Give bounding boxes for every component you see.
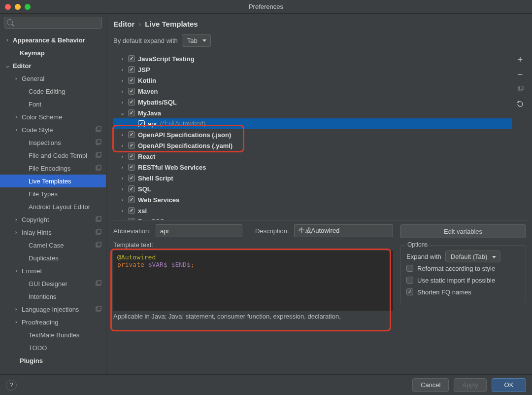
checkbox[interactable]	[128, 109, 135, 116]
template-group[interactable]: ›Zen CSS	[113, 216, 512, 220]
chevron-right-icon: ›	[119, 197, 125, 203]
sidebar-item[interactable]: Inspections	[0, 136, 106, 149]
search-input[interactable]	[4, 17, 102, 29]
default-expand-label: By default expand with	[113, 37, 178, 44]
sidebar-item[interactable]: TextMate Bundles	[0, 328, 106, 341]
template-text-editor[interactable]: @Autowired private $VAR$ $END$;	[113, 251, 393, 311]
expand-with-select[interactable]: Default (Tab)	[445, 251, 500, 262]
template-group[interactable]: ›JavaScript Testing	[113, 53, 512, 64]
sidebar-item[interactable]: ›Emmet	[0, 264, 106, 277]
description-input[interactable]	[294, 224, 393, 237]
scope-icon	[95, 306, 102, 313]
sidebar-item[interactable]: Intentions	[0, 290, 106, 303]
checkbox[interactable]	[128, 131, 135, 138]
sidebar-item[interactable]: Android Layout Editor	[0, 200, 106, 213]
default-expand-select[interactable]: Tab	[182, 34, 211, 47]
checkbox[interactable]	[128, 164, 135, 171]
checkbox[interactable]	[128, 55, 135, 62]
template-group[interactable]: ›Web Services	[113, 194, 512, 205]
sidebar-item[interactable]: Live Templates	[0, 175, 106, 187]
sidebar-item[interactable]: Duplicates	[0, 251, 106, 264]
checkbox[interactable]	[128, 99, 135, 106]
template-group[interactable]: ›OpenAPI Specifications (.json)	[113, 129, 512, 140]
sidebar-item[interactable]: ›Language Injections	[0, 303, 106, 316]
sidebar-item[interactable]: ›Appearance & Behavior	[0, 34, 106, 46]
checkbox[interactable]	[128, 185, 135, 192]
checkbox[interactable]	[128, 175, 135, 181]
breadcrumb-editor[interactable]: Editor	[113, 20, 134, 28]
template-group[interactable]: ›React	[113, 151, 512, 162]
checkbox[interactable]	[138, 120, 145, 127]
duplicate-button[interactable]	[516, 85, 525, 94]
sidebar-item[interactable]: ⌄Editor	[0, 59, 106, 72]
arrow-spacer	[11, 357, 18, 364]
template-group[interactable]: ›Kotlin	[113, 75, 512, 86]
sidebar-item[interactable]: Code Editing	[0, 85, 106, 98]
template-group[interactable]: ›OpenAPI Specifications (.yaml)	[113, 140, 512, 151]
sidebar-item[interactable]: ›Code Style	[0, 123, 106, 136]
chevron-right-icon: ›	[13, 126, 20, 133]
checkbox[interactable]	[128, 207, 135, 214]
remove-button[interactable]: −	[516, 70, 525, 79]
sidebar-item[interactable]: ›General	[0, 72, 106, 85]
sidebar-item[interactable]: Plugins	[0, 354, 106, 367]
cancel-button[interactable]: Cancel	[412, 378, 449, 392]
add-button[interactable]: +	[516, 55, 525, 64]
static-import-checkbox[interactable]	[406, 277, 413, 284]
reformat-checkbox[interactable]	[406, 265, 413, 272]
template-group[interactable]: ›SQL	[113, 183, 512, 194]
template-label: Shell Script	[138, 175, 173, 182]
template-group[interactable]: ›Mybatis/SQL	[113, 97, 512, 108]
template-group[interactable]: ⌄MyJava	[113, 108, 512, 118]
apply-button[interactable]: Apply	[454, 378, 487, 392]
checkbox[interactable]	[128, 142, 135, 149]
checkbox[interactable]	[128, 66, 135, 73]
sidebar-item-label: Intentions	[29, 293, 56, 300]
sidebar-item[interactable]: ›Inlay Hints	[0, 226, 106, 239]
edit-variables-button[interactable]: Edit variables	[400, 224, 526, 238]
chevron-down-icon	[492, 256, 496, 258]
abbreviation-input[interactable]	[156, 224, 242, 237]
sidebar-item[interactable]: ›Color Scheme	[0, 110, 106, 123]
checkbox[interactable]	[128, 77, 135, 84]
template-label: Zen CSS	[138, 218, 164, 220]
sidebar-item-label: File Encodings	[29, 165, 70, 172]
sidebar-item[interactable]: Font	[0, 98, 106, 110]
svg-rect-17	[97, 306, 101, 310]
checkbox[interactable]	[128, 153, 135, 160]
svg-rect-9	[97, 216, 101, 220]
template-item[interactable]: apr (生成Autowired)	[113, 118, 512, 129]
sidebar-item[interactable]: File and Code Templ	[0, 149, 106, 162]
sidebar-item[interactable]: File Types	[0, 187, 106, 200]
sidebar-item-label: TODO	[29, 344, 47, 352]
search-icon	[7, 19, 13, 25]
revert-button[interactable]	[516, 100, 525, 108]
sidebar-item[interactable]: Camel Case	[0, 239, 106, 251]
template-group[interactable]: ›RESTful Web Services	[113, 162, 512, 173]
sidebar-item[interactable]: GUI Designer	[0, 277, 106, 290]
checkbox[interactable]	[128, 88, 135, 95]
checkbox[interactable]	[128, 196, 135, 203]
shorten-fq-checkbox[interactable]	[406, 288, 413, 295]
checkbox[interactable]	[128, 218, 135, 220]
template-list[interactable]: ›JavaScript Testing›JSP›Kotlin›Maven›Myb…	[113, 51, 512, 220]
settings-tree[interactable]: ›Appearance & BehaviorKeymap⌄Editor›Gene…	[0, 32, 106, 374]
sidebar-item[interactable]: ›Copyright	[0, 213, 106, 226]
sidebar-item[interactable]: ›Proofreading	[0, 316, 106, 328]
ok-button[interactable]: OK	[492, 378, 526, 392]
sidebar-item-label: Editor	[13, 62, 32, 70]
template-toolbar: + −	[512, 51, 528, 220]
help-button[interactable]: ?	[6, 380, 17, 391]
arrow-spacer	[20, 254, 27, 261]
template-group[interactable]: ›JSP	[113, 64, 512, 75]
template-group[interactable]: ›Maven	[113, 86, 512, 97]
sidebar-item[interactable]: File Encodings	[0, 162, 106, 175]
sidebar-item[interactable]: TODO	[0, 341, 106, 354]
template-group[interactable]: ›xsl	[113, 205, 512, 216]
arrow-spacer	[20, 280, 27, 287]
chevron-right-icon: ›	[13, 216, 20, 223]
template-group[interactable]: ›Shell Script	[113, 173, 512, 183]
arrow-spacer	[20, 331, 27, 338]
sidebar-item[interactable]: Keymap	[0, 46, 106, 59]
applicable-text: Applicable in Java; Java: statement, con…	[106, 311, 532, 323]
